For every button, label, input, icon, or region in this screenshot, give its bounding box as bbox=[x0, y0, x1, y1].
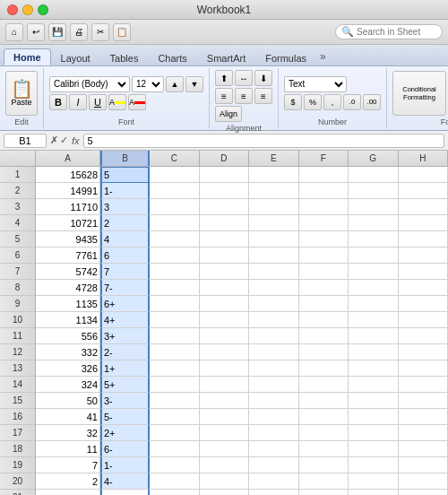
cell-a18[interactable]: 11 bbox=[36, 441, 100, 457]
cell-e21[interactable] bbox=[249, 490, 299, 495]
cell-c6[interactable] bbox=[150, 248, 200, 264]
cell-d5[interactable] bbox=[200, 231, 250, 248]
cell-e6[interactable] bbox=[249, 248, 299, 264]
save-icon[interactable]: 💾 bbox=[48, 23, 66, 41]
formula-input[interactable] bbox=[83, 134, 444, 148]
cell-f4[interactable] bbox=[299, 215, 349, 231]
cell-c11[interactable] bbox=[150, 328, 200, 344]
cell-c20[interactable] bbox=[150, 473, 200, 490]
underline-button[interactable]: U bbox=[89, 94, 107, 110]
cell-c19[interactable] bbox=[150, 457, 200, 473]
cell-b4[interactable]: 2 bbox=[100, 215, 150, 231]
tab-formulas[interactable]: Formulas bbox=[255, 49, 316, 65]
cell-b10[interactable]: 4+ bbox=[100, 312, 150, 328]
row-header-15[interactable]: 15 bbox=[0, 393, 35, 409]
align-left-button[interactable]: ≡ bbox=[215, 88, 233, 104]
cell-b17[interactable]: 2+ bbox=[100, 425, 150, 441]
cell-f15[interactable] bbox=[299, 393, 349, 409]
col-header-h[interactable]: H bbox=[399, 151, 449, 166]
cell-h20[interactable] bbox=[399, 473, 449, 490]
cell-b5[interactable]: 4 bbox=[100, 231, 150, 248]
cell-g19[interactable] bbox=[349, 457, 399, 473]
merge-button[interactable]: Align bbox=[215, 106, 242, 122]
cell-d21[interactable] bbox=[200, 490, 250, 495]
cell-e18[interactable] bbox=[249, 441, 299, 457]
cell-h21[interactable] bbox=[399, 490, 449, 495]
cell-a21[interactable] bbox=[36, 490, 100, 495]
cell-a10[interactable]: 1134 bbox=[36, 312, 100, 328]
cell-h16[interactable] bbox=[399, 409, 449, 425]
currency-button[interactable]: $ bbox=[284, 94, 302, 110]
cell-g8[interactable] bbox=[349, 280, 399, 296]
cell-h6[interactable] bbox=[399, 248, 449, 264]
cell-b15[interactable]: 3- bbox=[100, 393, 150, 409]
cell-d19[interactable] bbox=[200, 457, 250, 473]
cell-h7[interactable] bbox=[399, 264, 449, 280]
cell-e13[interactable] bbox=[249, 360, 299, 377]
col-header-a[interactable]: A bbox=[36, 151, 100, 166]
cell-e17[interactable] bbox=[249, 425, 299, 441]
comma-button[interactable]: , bbox=[323, 94, 341, 110]
row-header-5[interactable]: 5 bbox=[0, 231, 35, 248]
cell-e7[interactable] bbox=[249, 264, 299, 280]
cell-f3[interactable] bbox=[299, 199, 349, 215]
cell-b8[interactable]: 7- bbox=[100, 280, 150, 296]
tab-charts[interactable]: Charts bbox=[148, 49, 196, 65]
row-header-9[interactable]: 9 bbox=[0, 296, 35, 312]
cell-h18[interactable] bbox=[399, 441, 449, 457]
cell-d1[interactable] bbox=[200, 167, 250, 183]
cell-f14[interactable] bbox=[299, 377, 349, 393]
maximize-button[interactable] bbox=[38, 4, 48, 15]
cell-e9[interactable] bbox=[249, 296, 299, 312]
cell-b12[interactable]: 2- bbox=[100, 344, 150, 360]
cell-d10[interactable] bbox=[200, 312, 250, 328]
cell-e14[interactable] bbox=[249, 377, 299, 393]
cut-icon[interactable]: ✂ bbox=[91, 23, 109, 41]
row-header-2[interactable]: 2 bbox=[0, 183, 35, 199]
cell-b14[interactable]: 5+ bbox=[100, 377, 150, 393]
cell-b20[interactable]: 4- bbox=[100, 473, 150, 490]
row-header-6[interactable]: 6 bbox=[0, 248, 35, 264]
search-input[interactable] bbox=[357, 27, 437, 37]
cancel-icon[interactable]: ✗ bbox=[50, 135, 58, 146]
cell-d16[interactable] bbox=[200, 409, 250, 425]
cell-c21[interactable] bbox=[150, 490, 200, 495]
cell-d6[interactable] bbox=[200, 248, 250, 264]
cell-c14[interactable] bbox=[150, 377, 200, 393]
cell-f21[interactable] bbox=[299, 490, 349, 495]
col-header-f[interactable]: F bbox=[299, 151, 349, 166]
conditional-formatting-button[interactable]: Conditional Formatting bbox=[392, 71, 446, 116]
cell-h13[interactable] bbox=[399, 360, 449, 377]
align-bottom-button[interactable]: ⬇ bbox=[254, 70, 272, 86]
cell-a8[interactable]: 4728 bbox=[36, 280, 100, 296]
font-size-select[interactable]: 12 bbox=[132, 76, 164, 92]
cell-h8[interactable] bbox=[399, 280, 449, 296]
cell-b13[interactable]: 1+ bbox=[100, 360, 150, 377]
cell-c3[interactable] bbox=[150, 199, 200, 215]
cell-h19[interactable] bbox=[399, 457, 449, 473]
cell-a11[interactable]: 556 bbox=[36, 328, 100, 344]
cell-b21[interactable] bbox=[100, 490, 150, 495]
row-header-20[interactable]: 20 bbox=[0, 473, 35, 490]
cell-g3[interactable] bbox=[349, 199, 399, 215]
cell-d13[interactable] bbox=[200, 360, 250, 377]
cell-e1[interactable] bbox=[249, 167, 299, 183]
confirm-icon[interactable]: ✓ bbox=[60, 135, 68, 146]
font-color-button[interactable]: A bbox=[128, 94, 146, 110]
cell-g9[interactable] bbox=[349, 296, 399, 312]
cell-e3[interactable] bbox=[249, 199, 299, 215]
cell-a15[interactable]: 50 bbox=[36, 393, 100, 409]
cell-g13[interactable] bbox=[349, 360, 399, 377]
cell-c8[interactable] bbox=[150, 280, 200, 296]
cell-d12[interactable] bbox=[200, 344, 250, 360]
cell-d15[interactable] bbox=[200, 393, 250, 409]
cell-e20[interactable] bbox=[249, 473, 299, 490]
cell-f2[interactable] bbox=[299, 183, 349, 199]
cell-c1[interactable] bbox=[150, 167, 200, 183]
cell-g16[interactable] bbox=[349, 409, 399, 425]
cell-e4[interactable] bbox=[249, 215, 299, 231]
minimize-button[interactable] bbox=[22, 4, 33, 15]
cell-e8[interactable] bbox=[249, 280, 299, 296]
cell-f5[interactable] bbox=[299, 231, 349, 248]
cell-h17[interactable] bbox=[399, 425, 449, 441]
